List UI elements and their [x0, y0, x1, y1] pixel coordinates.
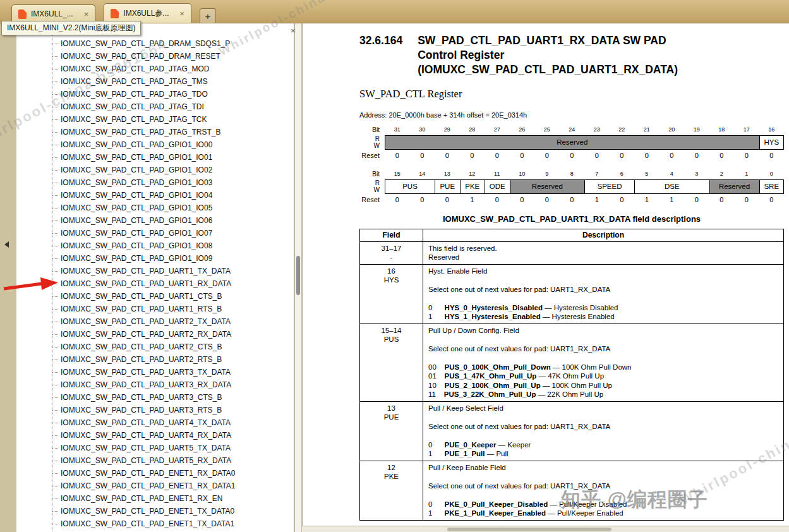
tab-schematic[interactable]: IMX6ULL_... ×: [11, 4, 95, 23]
bookmark-item[interactable]: IOMUXC_SW_PAD_CTL_PAD_ENET1_RX_DATA1: [16, 480, 294, 492]
field-table-body: 31–17-This field is reserved.Reserved16H…: [360, 241, 783, 520]
bookmark-item[interactable]: IOMUXC_SW_PAD_CTL_PAD_UART2_RTS_B: [16, 353, 294, 366]
bookmark-item[interactable]: IOMUXC_SW_PAD_CTL_PAD_GPIO1_IO02: [16, 164, 294, 176]
bookmark-item[interactable]: IOMUXC_SW_PAD_CTL_PAD_ENET1_RX_DATA0: [16, 467, 294, 480]
bookmark-list: IOMUXC_SW_PAD_CTL_PAD_DRAM_SDQS1_PIOMUXC…: [16, 37, 294, 530]
bookmark-item-label: IOMUXC_SW_PAD_CTL_PAD_ENET1_RX_EN: [61, 494, 222, 503]
bookmark-item[interactable]: IOMUXC_SW_PAD_CTL_PAD_GPIO1_IO05: [16, 202, 294, 214]
bookmark-item[interactable]: IOMUXC_SW_PAD_CTL_PAD_UART2_TX_DATA: [16, 315, 294, 328]
field-cell: 13PUE: [360, 402, 423, 461]
bookmark-item-label: IOMUXC_SW_PAD_CTL_PAD_GPIO1_IO05: [61, 203, 212, 212]
sidebar-scrollbar[interactable]: [294, 23, 302, 532]
bookmark-item[interactable]: IOMUXC_SW_PAD_CTL_PAD_UART5_RX_DATA: [16, 454, 294, 467]
tab-close-icon[interactable]: ×: [78, 9, 89, 19]
bookmark-item-label: IOMUXC_SW_PAD_CTL_PAD_ENET1_TX_DATA0: [61, 507, 234, 516]
bookmark-item[interactable]: IOMUXC_SW_PAD_CTL_PAD_JTAG_MOD: [16, 63, 294, 75]
bookmark-item-label: IOMUXC_SW_PAD_CTL_PAD_UART3_TX_DATA: [61, 368, 231, 377]
bookmark-item[interactable]: IOMUXC_SW_PAD_CTL_PAD_UART1_RTS_B: [16, 303, 294, 315]
bit-number: 22: [610, 126, 635, 134]
reset-value: 0: [734, 194, 759, 206]
bookmark-item-label: IOMUXC_SW_PAD_CTL_PAD_GPIO1_IO00: [61, 140, 212, 149]
bookmark-item[interactable]: IOMUXC_SW_PAD_CTL_PAD_UART1_RX_DATA: [16, 277, 294, 290]
sidebar-scrollbar-thumb[interactable]: [296, 256, 300, 295]
reset-row-label: Reset: [359, 194, 385, 206]
bookmark-item[interactable]: IOMUXC_SW_PAD_CTL_PAD_GPIO1_IO03: [16, 176, 294, 189]
bookmark-item[interactable]: IOMUXC_SW_PAD_CTL_PAD_DRAM_RESET: [16, 50, 294, 63]
field-descriptions-table: Field Description 31–17-This field is re…: [359, 229, 784, 521]
bookmark-item[interactable]: IOMUXC_SW_PAD_CTL_PAD_UART3_RX_DATA: [16, 378, 294, 391]
bookmark-item[interactable]: IOMUXC_SW_PAD_CTL_PAD_GPIO1_IO06: [16, 214, 294, 227]
bookmark-item[interactable]: IOMUXC_SW_PAD_CTL_PAD_JTAG_TDI: [16, 100, 294, 113]
bit-number: 18: [709, 126, 735, 134]
bookmark-item-label: IOMUXC_SW_PAD_CTL_PAD_UART5_RX_DATA: [61, 456, 231, 465]
bookmark-item[interactable]: IOMUXC_SW_PAD_CTL_PAD_GPIO1_IO00: [16, 138, 294, 151]
bookmark-item[interactable]: IOMUXC_SW_PAD_CTL_PAD_UART2_RX_DATA: [16, 328, 294, 341]
bookmark-item[interactable]: IOMUXC_SW_PAD_CTL_PAD_UART3_TX_DATA: [16, 366, 294, 378]
bookmark-item[interactable]: IOMUXC_SW_PAD_CTL_PAD_GPIO1_IO07: [16, 227, 294, 239]
horizontal-scrollbar-thumb[interactable]: [447, 528, 611, 531]
reset-value: 1: [634, 194, 660, 206]
tree-connector: [52, 271, 58, 272]
tree-connector: [52, 524, 58, 524]
tree-connector: [52, 334, 58, 335]
bit-number: 4: [660, 170, 685, 178]
tree-connector: [52, 347, 58, 348]
bookmark-item[interactable]: IOMUXC_SW_PAD_CTL_PAD_UART3_CTS_B: [16, 391, 294, 404]
tree-connector: [52, 233, 58, 234]
bookmark-item[interactable]: IOMUXC_SW_PAD_CTL_PAD_GPIO1_IO04: [16, 189, 294, 202]
bookmark-item[interactable]: IOMUXC_SW_PAD_CTL_PAD_ENET1_RX_EN: [16, 492, 294, 505]
bookmark-item-label: IOMUXC_SW_PAD_CTL_PAD_GPIO1_IO07: [61, 229, 212, 238]
bookmark-item[interactable]: IOMUXC_SW_PAD_CTL_PAD_DRAM_SDQS1_P: [16, 37, 294, 50]
bookmark-item[interactable]: IOMUXC_SW_PAD_CTL_PAD_UART4_RX_DATA: [16, 429, 294, 442]
reset-value: 1: [660, 194, 685, 206]
bookmarks-close-icon[interactable]: ×: [291, 26, 296, 35]
bookmark-item[interactable]: IOMUXC_SW_PAD_CTL_PAD_UART3_RTS_B: [16, 404, 294, 416]
tree-connector: [52, 284, 58, 284]
tab-close-icon[interactable]: ×: [173, 9, 184, 18]
new-tab-button[interactable]: +: [200, 8, 216, 23]
bit-number: 5: [634, 170, 660, 178]
bookmark-item[interactable]: IOMUXC_SW_PAD_CTL_PAD_UART5_TX_DATA: [16, 442, 294, 454]
bit-number: 12: [460, 170, 485, 178]
bookmark-item[interactable]: IOMUXC_SW_PAD_CTL_PAD_GPIO1_IO01: [16, 151, 294, 164]
bookmark-item[interactable]: IOMUXC_SW_PAD_CTL_PAD_UART1_TX_DATA: [16, 265, 294, 277]
bookmark-item[interactable]: IOMUXC_SW_PAD_CTL_PAD_GPIO1_IO08: [16, 239, 294, 252]
register-field-pus: PUS: [385, 179, 435, 194]
field-cell: 15–14PUS: [360, 324, 423, 401]
tree-connector: [52, 309, 58, 310]
bookmark-item[interactable]: IOMUXC_SW_PAD_CTL_PAD_UART2_CTS_B: [16, 341, 294, 353]
bookmark-item-label: IOMUXC_SW_PAD_CTL_PAD_JTAG_TCK: [61, 115, 207, 124]
bit-number: 6: [610, 170, 635, 178]
bit-number: 11: [485, 170, 510, 178]
bit-number: 26: [510, 126, 535, 134]
bit-number: 0: [759, 170, 785, 178]
reset-value: 0: [385, 150, 410, 162]
bookmark-item[interactable]: IOMUXC_SW_PAD_CTL_PAD_UART4_TX_DATA: [16, 416, 294, 429]
tab-bar: IMX6ULL_... × IMX6ULL参... × +: [0, 0, 789, 23]
bookmark-item[interactable]: IOMUXC_SW_PAD_CTL_PAD_JTAG_TDO: [16, 88, 294, 100]
bookmark-item-label: IOMUXC_SW_PAD_CTL_PAD_UART1_RX_DATA: [61, 279, 231, 288]
reset-value: 1: [584, 194, 610, 206]
bookmark-item[interactable]: IOMUXC_SW_PAD_CTL_PAD_JTAG_TCK: [16, 113, 294, 126]
tree-connector: [52, 258, 58, 259]
document-view[interactable]: 32.6.164 SW_PAD_CTL_PAD_UART1_RX_DATA SW…: [302, 23, 789, 526]
reset-value: 0: [610, 150, 635, 162]
bookmark-item[interactable]: IOMUXC_SW_PAD_CTL_PAD_UART1_CTS_B: [16, 290, 294, 303]
document-horizontal-scrollbar[interactable]: [302, 526, 789, 532]
bookmark-item[interactable]: IOMUXC_SW_PAD_CTL_PAD_JTAG_TMS: [16, 75, 294, 88]
bookmark-item[interactable]: IOMUXC_SW_PAD_CTL_PAD_JTAG_TRST_B: [16, 126, 294, 138]
reset-value: 0: [709, 150, 735, 162]
bit-number: 16: [759, 126, 785, 134]
bit-number: 19: [684, 126, 709, 134]
tree-connector: [52, 372, 58, 373]
bookmark-item[interactable]: IOMUXC_SW_PAD_CTL_PAD_GPIO1_IO09: [16, 252, 294, 265]
bookmark-item[interactable]: IOMUXC_SW_PAD_CTL_PAD_ENET1_TX_DATA1: [16, 517, 294, 530]
panel-collapse-icon[interactable]: [4, 241, 9, 248]
bit-number: 23: [584, 126, 610, 134]
section-number: 32.6.164: [359, 33, 402, 77]
tab-reference-manual[interactable]: IMX6ULL参... ×: [104, 3, 191, 23]
bookmark-item-label: IOMUXC_SW_PAD_CTL_PAD_JTAG_TMS: [61, 77, 208, 86]
bit-number: 8: [560, 170, 585, 178]
register-address: Address: 20E_0000h base + 314h offset = …: [359, 111, 784, 119]
bookmark-item[interactable]: IOMUXC_SW_PAD_CTL_PAD_ENET1_TX_DATA0: [16, 505, 294, 517]
